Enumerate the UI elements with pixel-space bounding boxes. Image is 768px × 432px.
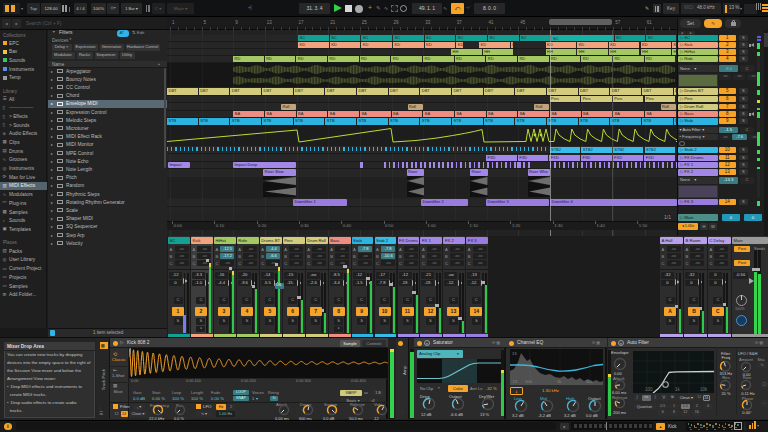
svg-text:100: 100 — [645, 387, 653, 392]
svg-text:100: 100 — [525, 379, 533, 384]
svg-text:10k: 10k — [700, 387, 708, 392]
svg-text:1k: 1k — [675, 387, 681, 392]
svg-text:13: 13 — [512, 351, 517, 356]
svg-text:10k: 10k — [586, 379, 594, 384]
svg-text:-13: -13 — [511, 379, 518, 384]
